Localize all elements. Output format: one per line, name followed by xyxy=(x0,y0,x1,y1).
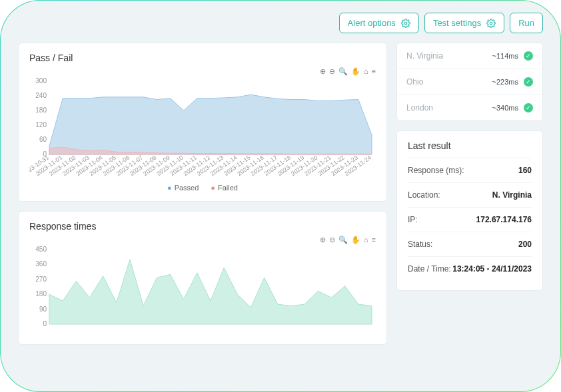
right-column: N. Virginia ~114ms✓Ohio ~223ms✓London ~3… xyxy=(396,43,543,345)
button-label: Run xyxy=(518,18,534,28)
check-icon: ✓ xyxy=(524,51,533,61)
content-area: Pass / Fail ⊕ ⊖ 🔍 ✋ ⌂ ≡ 0601201802403002… xyxy=(1,33,560,362)
chart-toolbar: ⊕ ⊖ 🔍 ✋ ⌂ ≡ xyxy=(29,236,376,244)
svg-text:300: 300 xyxy=(35,77,47,85)
result-value: 13:24:05 - 24/11/2023 xyxy=(452,264,532,274)
result-row: IP:172.67.174.176 xyxy=(408,207,532,232)
location-name: Ohio xyxy=(406,77,423,87)
location-row[interactable]: London ~340ms✓ xyxy=(397,95,542,120)
check-icon: ✓ xyxy=(524,77,533,87)
gear-icon xyxy=(401,19,410,28)
pan-icon[interactable]: ✋ xyxy=(351,236,360,244)
svg-text:270: 270 xyxy=(35,276,47,283)
result-value: 160 xyxy=(518,166,532,175)
result-row: Date / Time:13:24:05 - 24/11/2023 xyxy=(408,256,532,281)
zoom-in-icon[interactable]: ⊕ xyxy=(320,67,326,76)
svg-point-0 xyxy=(404,22,407,25)
location-row[interactable]: Ohio ~223ms✓ xyxy=(397,69,542,95)
run-button[interactable]: Run xyxy=(510,13,543,33)
result-key: Status: xyxy=(408,240,432,249)
card-title: Last result xyxy=(408,140,532,158)
chart-toolbar: ⊕ ⊖ 🔍 ✋ ⌂ ≡ xyxy=(29,67,376,76)
svg-text:120: 120 xyxy=(35,121,47,128)
result-row: Location:N. Virginia xyxy=(408,182,532,207)
zoom-in-icon[interactable]: ⊕ xyxy=(320,236,326,244)
result-value: 172.67.174.176 xyxy=(476,215,532,224)
button-label: Alert options xyxy=(348,18,396,28)
pass-fail-chart: 0601201802403002023-10-312023-11-012023-… xyxy=(29,77,376,177)
response-times-card: Response times ⊕ ⊖ 🔍 ✋ ⌂ ≡ 0901802703604… xyxy=(18,211,387,345)
home-icon[interactable]: ⌂ xyxy=(364,67,368,76)
menu-icon[interactable]: ≡ xyxy=(372,236,376,244)
pan-icon[interactable]: ✋ xyxy=(351,67,360,76)
last-result-rows: Response (ms):160Location:N. VirginiaIP:… xyxy=(408,158,532,281)
toolbar: Alert options Test settings Run xyxy=(1,1,560,33)
result-key: Location: xyxy=(408,190,440,200)
location-name: London xyxy=(406,103,433,112)
svg-text:60: 60 xyxy=(39,136,47,143)
legend-passed: Passed xyxy=(167,184,199,192)
zoom-icon[interactable]: 🔍 xyxy=(338,67,348,76)
home-icon[interactable]: ⌂ xyxy=(364,236,368,244)
test-settings-button[interactable]: Test settings xyxy=(424,13,504,33)
svg-text:0: 0 xyxy=(43,320,47,327)
result-value: 200 xyxy=(518,240,532,249)
location-list: N. Virginia ~114ms✓Ohio ~223ms✓London ~3… xyxy=(396,43,543,121)
location-ms: ~340ms✓ xyxy=(492,103,533,112)
alert-options-button[interactable]: Alert options xyxy=(339,13,419,33)
result-key: Response (ms): xyxy=(408,166,464,175)
response-times-chart: 090180270360450 xyxy=(29,246,376,332)
zoom-icon[interactable]: 🔍 xyxy=(338,236,348,244)
check-icon: ✓ xyxy=(524,103,533,112)
location-ms: ~223ms✓ xyxy=(492,77,533,87)
location-ms: ~114ms✓ xyxy=(492,51,533,61)
result-row: Status:200 xyxy=(408,232,532,256)
result-value: N. Virginia xyxy=(492,190,532,200)
svg-text:90: 90 xyxy=(39,305,47,313)
svg-point-1 xyxy=(490,22,492,25)
result-row: Response (ms):160 xyxy=(408,158,532,182)
location-name: N. Virginia xyxy=(406,51,443,61)
svg-text:180: 180 xyxy=(35,290,47,297)
result-key: Date / Time: xyxy=(408,264,451,274)
pass-fail-card: Pass / Fail ⊕ ⊖ 🔍 ✋ ⌂ ≡ 0601201802403002… xyxy=(18,43,387,202)
gear-icon xyxy=(486,19,496,28)
left-column: Pass / Fail ⊕ ⊖ 🔍 ✋ ⌂ ≡ 0601201802403002… xyxy=(18,43,387,345)
dashboard-frame: Alert options Test settings Run Pass / F… xyxy=(0,0,561,392)
result-key: IP: xyxy=(408,215,418,224)
svg-text:240: 240 xyxy=(35,92,47,99)
zoom-out-icon[interactable]: ⊖ xyxy=(329,236,335,244)
card-title: Response times xyxy=(29,221,376,232)
card-title: Pass / Fail xyxy=(29,53,376,63)
legend-failed: Failed xyxy=(211,184,238,192)
button-label: Test settings xyxy=(433,18,481,28)
legend: Passed Failed xyxy=(29,184,376,192)
zoom-out-icon[interactable]: ⊖ xyxy=(329,67,335,76)
last-result-card: Last result Response (ms):160Location:N.… xyxy=(396,130,543,291)
svg-text:450: 450 xyxy=(35,246,47,253)
menu-icon[interactable]: ≡ xyxy=(372,67,376,76)
location-row[interactable]: N. Virginia ~114ms✓ xyxy=(397,43,542,69)
svg-text:360: 360 xyxy=(35,260,47,268)
svg-text:180: 180 xyxy=(35,106,47,114)
